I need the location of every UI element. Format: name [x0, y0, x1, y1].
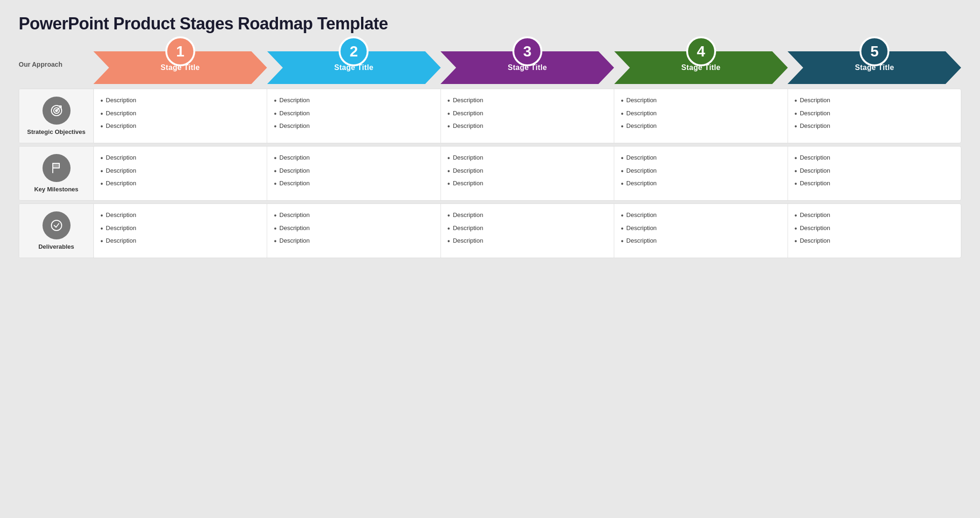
row-2-cell-5-item-1: Description: [795, 154, 954, 162]
row-3-cell-2-item-2: Description: [274, 224, 433, 233]
row-2-cell-4: DescriptionDescriptionDescription: [614, 147, 788, 200]
row-1-cell-5-item-3: Description: [795, 122, 954, 131]
row-2-cell-3-item-3: Description: [447, 180, 607, 188]
row-2-cell-3-item-1: Description: [447, 154, 607, 162]
row-3-icon: [43, 211, 71, 239]
row-2-cell-4-item-3: Description: [621, 180, 781, 188]
roadmap-container: Our Approach 1Stage Title2Stage Title3St…: [19, 45, 961, 258]
row-3-cell-3-item-1: Description: [447, 211, 607, 220]
row-1-cell-1-item-3: Description: [100, 122, 260, 131]
row-2-cell-4-item-2: Description: [621, 167, 781, 175]
stage-3-wrap: 3Stage Title: [440, 45, 614, 84]
svg-point-10: [51, 220, 62, 231]
row-1-cell-3: DescriptionDescriptionDescription: [441, 89, 614, 143]
row-1-cell-4: DescriptionDescriptionDescription: [614, 89, 788, 143]
row-3-cell-2-item-3: Description: [274, 237, 433, 245]
row-3-cell-4: DescriptionDescriptionDescription: [614, 204, 788, 258]
row-2-cell-3-item-2: Description: [447, 167, 607, 175]
row-3-cell-2-item-1: Description: [274, 211, 433, 220]
row-2-cell-2-item-1: Description: [274, 154, 433, 162]
stage-1-wrap: 1Stage Title: [93, 45, 267, 84]
row-1-label-text: Strategic Objectives: [27, 128, 85, 135]
row-3-cell-1-item-2: Description: [100, 224, 260, 233]
row-1-cell-4-item-3: Description: [621, 122, 781, 131]
row-3-cell-5: DescriptionDescriptionDescription: [788, 204, 961, 258]
row-2-cell-4-item-1: Description: [621, 154, 781, 162]
row-2-cells: DescriptionDescriptionDescriptionDescrip…: [94, 147, 961, 200]
row-3-cell-4-item-2: Description: [621, 224, 781, 233]
stage-4-number: 4: [686, 36, 716, 66]
page-title: PowerPoint Product Stages Roadmap Templa…: [19, 14, 961, 34]
row-1-cell-4-item-2: Description: [621, 110, 781, 118]
row-2-cell-2-item-2: Description: [274, 167, 433, 175]
row-3-cell-5-item-1: Description: [795, 211, 954, 220]
row-3-section: DeliverablesDescriptionDescriptionDescri…: [19, 203, 961, 258]
row-2-label-text: Key Milestones: [34, 186, 78, 193]
stage-3-number: 3: [512, 36, 542, 66]
row-1-cell-4-item-1: Description: [621, 97, 781, 105]
stage-5-wrap: 5Stage Title: [788, 45, 961, 84]
stage-5-number: 5: [859, 36, 889, 66]
stage-4-wrap: 4Stage Title: [614, 45, 788, 84]
row-1-cell-2-item-2: Description: [274, 110, 433, 118]
row-2-cell-1-item-1: Description: [100, 154, 260, 162]
row-1-cell-5-item-2: Description: [795, 110, 954, 118]
row-1-label-cell: Strategic Objectives: [19, 89, 94, 143]
row-3-label-cell: Deliverables: [19, 204, 94, 258]
row-1-cell-1: DescriptionDescriptionDescription: [94, 89, 267, 143]
approach-label: Our Approach: [19, 45, 93, 84]
row-2-cell-3: DescriptionDescriptionDescription: [441, 147, 614, 200]
row-1-cell-2-item-3: Description: [274, 122, 433, 131]
stages-arrows: 1Stage Title2Stage Title3Stage Title4Sta…: [93, 45, 961, 84]
row-3-cell-3: DescriptionDescriptionDescription: [441, 204, 614, 258]
row-2-cell-1: DescriptionDescriptionDescription: [94, 147, 267, 200]
row-1-section: Strategic ObjectivesDescriptionDescripti…: [19, 89, 961, 143]
row-3-cell-5-item-3: Description: [795, 237, 954, 245]
row-3-label-text: Deliverables: [38, 243, 74, 250]
row-2-cell-5-item-2: Description: [795, 167, 954, 175]
row-1-cells: DescriptionDescriptionDescriptionDescrip…: [94, 89, 961, 143]
row-2-cell-5-item-3: Description: [795, 180, 954, 188]
row-1-icon: [43, 97, 71, 125]
row-1-cell-5: DescriptionDescriptionDescription: [788, 89, 961, 143]
row-2-cell-1-item-3: Description: [100, 180, 260, 188]
row-2-section: Key MilestonesDescriptionDescriptionDesc…: [19, 146, 961, 201]
stages-header: Our Approach 1Stage Title2Stage Title3St…: [19, 45, 961, 84]
row-2-icon: [43, 154, 71, 182]
row-3-cell-5-item-2: Description: [795, 224, 954, 233]
row-3-cell-4-item-3: Description: [621, 237, 781, 245]
row-3-cells: DescriptionDescriptionDescriptionDescrip…: [94, 204, 961, 258]
row-2-cell-2: DescriptionDescriptionDescription: [267, 147, 440, 200]
stage-2-number: 2: [339, 36, 369, 66]
row-2-cell-2-item-3: Description: [274, 180, 433, 188]
row-1-cell-2-item-1: Description: [274, 97, 433, 105]
row-2-cell-1-item-2: Description: [100, 167, 260, 175]
row-1-cell-3-item-3: Description: [447, 122, 607, 131]
row-3-cell-2: DescriptionDescriptionDescription: [267, 204, 440, 258]
row-1-cell-1-item-2: Description: [100, 110, 260, 118]
row-3-cell-3-item-2: Description: [447, 224, 607, 233]
row-3-cell-4-item-1: Description: [621, 211, 781, 220]
row-1-cell-3-item-2: Description: [447, 110, 607, 118]
row-2-label-cell: Key Milestones: [19, 147, 94, 200]
row-2-cell-5: DescriptionDescriptionDescription: [788, 147, 961, 200]
row-1-cell-2: DescriptionDescriptionDescription: [267, 89, 440, 143]
row-3-cell-3-item-3: Description: [447, 237, 607, 245]
rows-container: Strategic ObjectivesDescriptionDescripti…: [19, 89, 961, 258]
row-1-cell-3-item-1: Description: [447, 97, 607, 105]
row-3-cell-1-item-3: Description: [100, 237, 260, 245]
row-1-cell-1-item-1: Description: [100, 97, 260, 105]
row-3-cell-1: DescriptionDescriptionDescription: [94, 204, 267, 258]
row-3-cell-1-item-1: Description: [100, 211, 260, 220]
stage-1-number: 1: [165, 36, 195, 66]
stage-2-wrap: 2Stage Title: [267, 45, 441, 84]
row-1-cell-5-item-1: Description: [795, 97, 954, 105]
